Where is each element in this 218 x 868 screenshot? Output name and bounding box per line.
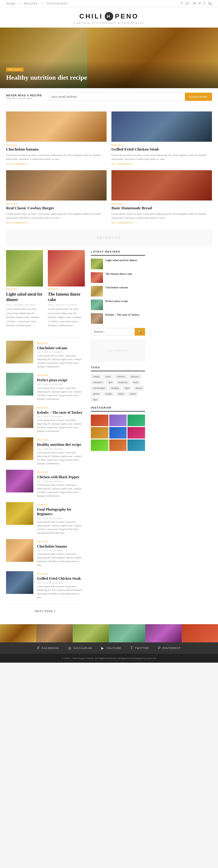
instagram-photo-6[interactable]: [91, 439, 108, 451]
footer-pinterest-label: PINTEREST: [163, 647, 181, 650]
card-tag-3: RECIPES: [112, 203, 212, 205]
card-link-1[interactable]: NO COMMENTS: [112, 163, 212, 165]
nav-typography[interactable]: TYPOGRAPHY: [46, 2, 68, 5]
tag-hamburger[interactable]: hamburger: [91, 386, 107, 391]
large-card-title-0[interactable]: Light salad meal for dinner: [6, 292, 43, 303]
tag-bread[interactable]: bread: [91, 374, 102, 379]
card-image-1: [112, 112, 212, 142]
hero-title: Healthy nutrition diet recipe: [6, 73, 212, 82]
footer-youtube[interactable]: ▶ YOUTUBE: [101, 646, 121, 650]
card-link-0[interactable]: NO COMMENTS: [6, 163, 106, 165]
logo-icon: H: [105, 12, 113, 21]
card-image-2: [6, 170, 106, 200]
horiz-card-text-2: Lorem ipsum dolor sit amet, consectetur …: [37, 418, 85, 433]
tag-dessert[interactable]: dessert: [129, 374, 142, 379]
tag-cake[interactable]: cake: [103, 374, 113, 379]
footer-pinterest-icon: p: [158, 646, 161, 650]
horiz-card-title-3[interactable]: Healthy nutrition diet recipe: [37, 442, 85, 447]
sidebar-title-1[interactable]: The famous linzer cake: [105, 272, 132, 276]
horiz-card-tag-6: RECIPES: [37, 540, 49, 543]
sidebar-title-3[interactable]: Perfect pizza recipe: [105, 300, 128, 303]
nav-recipes[interactable]: RECIPES: [24, 2, 38, 5]
sidebar-title-4[interactable]: Kebabs – The taste of Turkey: [105, 313, 139, 317]
horiz-card-title-4[interactable]: Chicken with Black Pepper: [37, 475, 85, 480]
horiz-card-meta-4: July 7, 2015 No Comments: [37, 480, 85, 483]
facebook-icon[interactable]: f: [181, 2, 183, 5]
pinterest-icon[interactable]: p: [198, 2, 201, 5]
footer-twitter[interactable]: t TWITTER: [130, 646, 149, 650]
sidebar-img-4: [91, 313, 103, 324]
site-logo[interactable]: CHILI H PENO: [6, 12, 212, 21]
sidebar-title-0[interactable]: Light salad meal for dinner: [105, 259, 137, 262]
tag-chicken[interactable]: chicken: [114, 374, 127, 379]
card-title-1[interactable]: Grilled Fried Chicken Steak: [112, 147, 212, 152]
sidebar-img-2: [91, 286, 103, 297]
instagram-photo-1[interactable]: [109, 414, 127, 426]
linkedin-icon[interactable]: in: [193, 2, 196, 5]
horiz-card-title-1[interactable]: Perfect pizza recipe: [37, 378, 85, 383]
horiz-card-5: OTHERS Food Photography for Beginners Ju…: [6, 502, 85, 535]
card-link-3[interactable]: NO COMMENTS: [112, 221, 212, 224]
card-title-0[interactable]: Chocholate banana: [6, 147, 106, 152]
tag-featured[interactable]: featured: [116, 380, 130, 384]
instagram-photo-5[interactable]: [127, 427, 145, 438]
instagram-photo-2[interactable]: [127, 414, 145, 426]
footer-facebook[interactable]: f FACEBOOK: [37, 646, 59, 650]
horiz-card-tag-0: RECIPES: [37, 342, 49, 344]
twitter-icon[interactable]: t: [204, 2, 206, 5]
horiz-card-content-3: RECIPES Healthy nutrition diet recipe Ju…: [37, 437, 85, 465]
horiz-card-title-0[interactable]: Chocholate volcano: [37, 346, 85, 351]
horiz-card-text-0: Lorem ipsum dolor sit amet, consectetur …: [37, 354, 85, 369]
instagram-photo-3[interactable]: [91, 427, 108, 438]
instagram-photo-4[interactable]: [109, 427, 127, 438]
sidebar-title-2[interactable]: Chocholate volcano: [105, 286, 128, 289]
nav-left: HOME / RECIPES / TYPOGRAPHY: [6, 2, 68, 5]
instagram-photo-7[interactable]: [109, 439, 127, 451]
tag-desserts[interactable]: desserts: [91, 380, 105, 384]
horiz-card-title-7[interactable]: Grilled Fried Chicken Steak: [37, 576, 85, 581]
card-link-2[interactable]: NO COMMENTS: [6, 221, 106, 224]
instagram-photo-8[interactable]: [127, 439, 145, 451]
newsletter-bar: NEVER MISS A RECIPE Subscribe to our new…: [0, 88, 218, 105]
horiz-card-content-4: RECIPES Chicken with Black Pepper July 7…: [37, 470, 85, 498]
googleplus-icon[interactable]: g+: [186, 2, 190, 5]
tag-light[interactable]: light: [122, 386, 132, 391]
tag-steak[interactable]: steak: [127, 392, 138, 396]
horiz-card-7: RECIPES Grilled Fried Chicken Steak July…: [6, 571, 85, 599]
tag-tips[interactable]: tips: [91, 397, 99, 402]
horiz-card-title-2[interactable]: Kebabs – The taste of Turkey: [37, 410, 85, 415]
horiz-card-content-2: RECIPES Kebabs – The taste of Turkey Jul…: [37, 405, 85, 433]
tag-recipe[interactable]: recipe: [103, 392, 115, 396]
large-card-title-1[interactable]: The famous linzer cake: [48, 292, 85, 303]
sidebar-search-button[interactable]: 🔍: [135, 328, 145, 336]
tag-others[interactable]: others: [133, 386, 145, 391]
horiz-card-1: RECIPES Perfect pizza recipe July 7, 201…: [6, 373, 85, 401]
newsletter-input[interactable]: [48, 93, 185, 101]
sidebar-search-input[interactable]: [91, 328, 135, 336]
card-title-3[interactable]: Basic Homemade Bread: [112, 206, 212, 211]
search-icon[interactable]: 🔍: [208, 2, 212, 5]
nav-sep: /: [19, 2, 20, 5]
horiz-card-title-6[interactable]: Chocholate banana: [37, 544, 85, 549]
newsletter-submit[interactable]: SUBSCRIBE: [185, 93, 212, 101]
footer-pinterest[interactable]: p PINTEREST: [158, 646, 181, 650]
horiz-card-4: RECIPES Chicken with Black Pepper July 7…: [6, 470, 85, 498]
horiz-card-text-7: Lorem ipsum dolor sit amet, consectetur …: [37, 585, 85, 599]
tag-slider[interactable]: slider: [116, 392, 126, 396]
horiz-card-title-5[interactable]: Food Photography for Beginners: [37, 507, 85, 517]
horiz-card-image-5: [6, 502, 33, 525]
card-text-1: Lorem ipsum dolor sit amet, consectetur …: [112, 153, 212, 161]
tag-photo[interactable]: photo: [91, 392, 102, 396]
horiz-card-content-6: RECIPES Chocholate banana July 7, 2015 N…: [37, 539, 85, 567]
tag-food[interactable]: food: [131, 380, 141, 384]
nav-home[interactable]: HOME: [6, 2, 15, 5]
hero-tag: RECIPES: [6, 67, 24, 71]
tag-diet[interactable]: diet: [106, 380, 115, 384]
card-title-2[interactable]: Real Classic Cowboy Burger: [6, 206, 106, 211]
next-page-link[interactable]: NEXT PAGE »: [35, 610, 56, 613]
large-card-0: RECIPES Light salad meal for dinner July…: [6, 250, 43, 328]
tag-healthy[interactable]: healthy: [109, 386, 121, 391]
featured-card-0: RECIPES Chocholate banana Lorem ipsum do…: [6, 112, 106, 165]
instagram-photo-0[interactable]: [91, 414, 108, 426]
footer-instagram[interactable]: ◎ INSTAGRAM: [68, 646, 92, 650]
